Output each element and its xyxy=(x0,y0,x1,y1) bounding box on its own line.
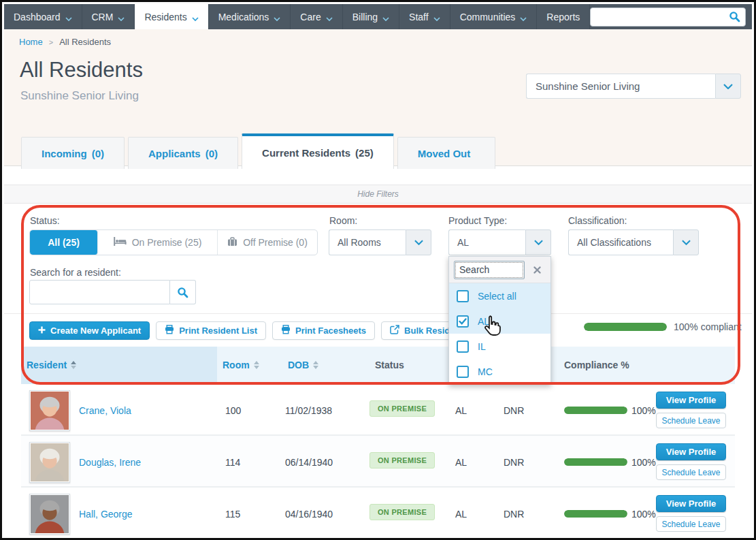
breadcrumb-home-link[interactable]: Home xyxy=(19,37,43,47)
page-header: Home > All Residents All Residents Sunsh… xyxy=(4,29,752,165)
compliance-progress-bar xyxy=(564,458,627,466)
schedule-leave-button[interactable]: Schedule Leave xyxy=(656,516,726,532)
nav-care[interactable]: Care xyxy=(291,4,342,29)
community-selector-value: Sunshine Senior Living xyxy=(526,74,715,99)
create-new-applicant-button[interactable]: Create New Applicant xyxy=(29,321,150,340)
view-profile-button[interactable]: View Profile xyxy=(656,392,726,409)
chevron-down-icon[interactable] xyxy=(715,74,741,99)
dropdown-search-input[interactable] xyxy=(454,261,525,279)
action-buttons: Create New Applicant Print Resident List… xyxy=(29,321,502,340)
residents-table-header: Resident Room DOB Status Compliance % xyxy=(21,347,735,384)
community-selector[interactable]: Sunshine Senior Living xyxy=(526,74,741,99)
briefcase-icon xyxy=(227,237,237,249)
global-search-input[interactable] xyxy=(590,7,746,27)
schedule-leave-button[interactable]: Schedule Leave xyxy=(656,413,726,428)
search-icon[interactable] xyxy=(729,11,740,25)
view-profile-button[interactable]: View Profile xyxy=(656,495,726,512)
resident-name-link[interactable]: Douglas, Irene xyxy=(79,457,141,468)
schedule-leave-button[interactable]: Schedule Leave xyxy=(656,464,726,480)
tab-applicants[interactable]: Applicants(0) xyxy=(128,137,238,169)
column-header-resident[interactable]: Resident xyxy=(27,360,76,370)
nav-staff[interactable]: Staff xyxy=(399,4,450,29)
resident-search xyxy=(29,280,196,304)
nav-communities[interactable]: Communities xyxy=(450,4,538,29)
view-profile-button[interactable]: View Profile xyxy=(656,443,726,460)
room-select[interactable]: All Rooms xyxy=(329,229,431,255)
chevron-down-icon xyxy=(433,12,440,23)
compliance-progress-bar xyxy=(584,323,667,331)
dropdown-option-select-all[interactable]: Select all xyxy=(449,283,550,308)
status-all-button[interactable]: All (25) xyxy=(30,230,98,255)
top-nav: Dashboard CRM Residents Medications Care… xyxy=(4,4,752,29)
nav-crm[interactable]: CRM xyxy=(82,4,135,29)
product-type-cell: AL xyxy=(455,509,467,520)
close-icon[interactable] xyxy=(529,261,546,279)
compliance-summary: 100% compliant xyxy=(584,321,742,332)
nav-residents[interactable]: Residents xyxy=(135,4,208,29)
print-resident-list-button[interactable]: Print Resident List xyxy=(156,321,266,340)
status-on-premise-button[interactable]: On Premise (25) xyxy=(98,230,218,255)
column-header-room[interactable]: Room xyxy=(223,360,259,370)
room-cell: 115 xyxy=(225,509,240,520)
hide-filters-link[interactable]: Hide Filters xyxy=(357,189,399,199)
table-row: Hall, George 115 04/16/1940 ON PREMISE A… xyxy=(21,488,735,539)
tab-moved-out[interactable]: Moved Out xyxy=(397,137,496,169)
search-icon xyxy=(177,287,188,298)
status-badge: ON PREMISE xyxy=(369,504,435,520)
resident-name-link[interactable]: Hall, George xyxy=(79,509,133,520)
chevron-down-icon[interactable] xyxy=(673,229,699,255)
app-window: Dashboard CRM Residents Medications Care… xyxy=(0,0,756,540)
chevron-down-icon xyxy=(118,12,125,23)
sort-icon[interactable] xyxy=(313,361,318,369)
print-facesheets-button[interactable]: Print Facesheets xyxy=(272,321,375,340)
checkbox-unchecked[interactable] xyxy=(457,290,469,302)
nav-medications[interactable]: Medications xyxy=(209,4,291,29)
checkbox-checked[interactable] xyxy=(457,315,469,328)
status-filter-group: All (25) On Premise (25) Off Premise (0) xyxy=(29,229,318,255)
compliance-progress-bar xyxy=(564,407,627,414)
classification-select-value: All Classifications xyxy=(568,229,673,255)
dropdown-option-mc[interactable]: MC xyxy=(449,359,550,384)
tab-incoming[interactable]: Incoming(0) xyxy=(21,137,125,169)
tab-current-residents[interactable]: Current Residents(25) xyxy=(242,133,394,169)
nav-billing[interactable]: Billing xyxy=(343,4,399,29)
dropdown-option-al[interactable]: AL xyxy=(449,308,550,334)
chevron-down-icon xyxy=(274,12,280,23)
column-header-compliance: Compliance % xyxy=(564,360,629,370)
resident-photo[interactable] xyxy=(29,494,70,535)
chevron-down-icon xyxy=(192,12,199,23)
chevron-down-icon[interactable] xyxy=(525,229,551,255)
product-type-select-value: AL xyxy=(448,229,525,255)
checkbox-unchecked[interactable] xyxy=(457,366,469,378)
code-status-cell: DNR xyxy=(504,509,524,520)
status-off-premise-button[interactable]: Off Premise (0) xyxy=(218,230,317,255)
status-filter-label: Status: xyxy=(30,215,60,226)
classification-select[interactable]: All Classifications xyxy=(568,229,699,255)
status-badge: ON PREMISE xyxy=(369,400,435,417)
dropdown-option-il[interactable]: IL xyxy=(449,334,550,359)
resident-photo[interactable] xyxy=(29,442,70,483)
code-status-cell: DNR xyxy=(504,405,524,416)
chevron-down-icon xyxy=(326,12,333,23)
resident-tabs: Incoming(0) Applicants(0) Current Reside… xyxy=(21,133,495,169)
row-actions: View Profile Schedule Leave xyxy=(656,495,726,532)
nav-dashboard[interactable]: Dashboard xyxy=(4,4,82,29)
room-cell: 100 xyxy=(225,405,241,416)
resident-search-input[interactable] xyxy=(29,280,170,304)
dob-cell: 06/14/1940 xyxy=(285,457,333,468)
page-subtitle: Sunshine Senior Living xyxy=(20,89,139,103)
product-type-cell: AL xyxy=(455,405,467,416)
product-type-select[interactable]: AL xyxy=(448,229,551,255)
chevron-down-icon[interactable] xyxy=(406,229,431,255)
table-row: Crane, Viola 100 11/02/1938 ON PREMISE A… xyxy=(21,384,735,436)
resident-photo[interactable] xyxy=(29,390,70,431)
column-header-status: Status xyxy=(375,360,404,370)
resident-search-button[interactable] xyxy=(170,280,196,304)
column-header-dob[interactable]: DOB xyxy=(288,360,318,370)
sort-icon[interactable] xyxy=(71,361,76,369)
sort-icon[interactable] xyxy=(254,361,259,369)
checkbox-unchecked[interactable] xyxy=(457,340,469,353)
product-type-cell: AL xyxy=(455,457,467,468)
resident-name-link[interactable]: Crane, Viola xyxy=(79,405,131,416)
nav-reports[interactable]: Reports xyxy=(537,4,590,29)
